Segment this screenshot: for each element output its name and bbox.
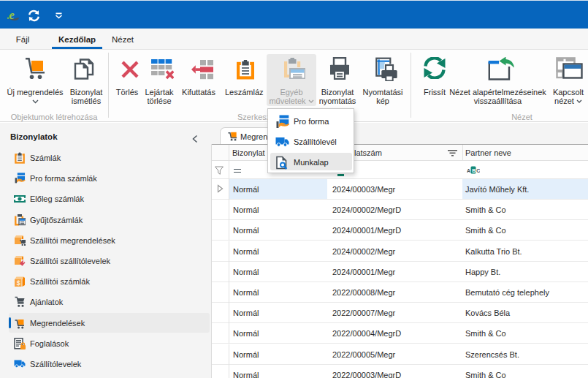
svg-text:C: C (476, 168, 480, 173)
svg-text:$: $ (17, 279, 20, 287)
svg-text:B: B (472, 168, 476, 173)
svg-text:e: e (9, 8, 15, 22)
svg-text:A: A (467, 168, 470, 173)
